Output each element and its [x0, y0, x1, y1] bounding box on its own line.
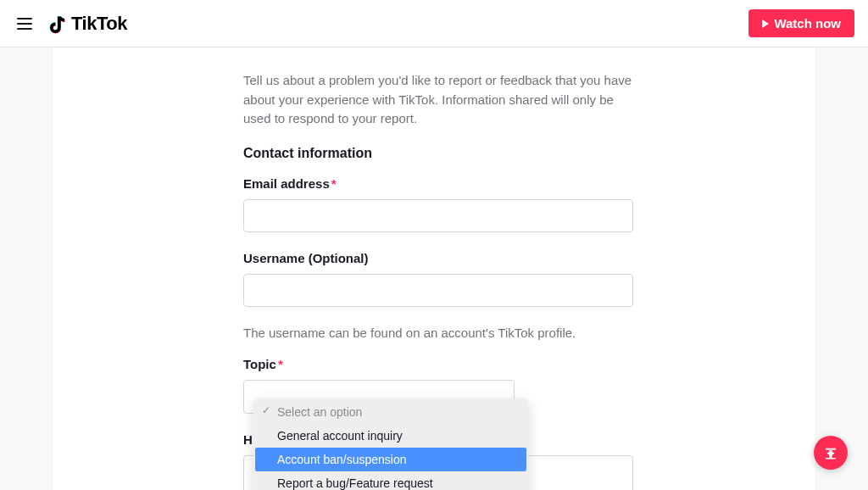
- watch-now-label: Watch now: [774, 16, 841, 31]
- required-indicator: *: [331, 176, 337, 191]
- topic-select-wrapper: Select an option General account inquiry…: [243, 380, 515, 414]
- menu-button[interactable]: [14, 14, 36, 33]
- report-form: Tell us about a problem you'd like to re…: [243, 71, 633, 490]
- brand-text: TikTok: [71, 13, 127, 35]
- content-card: Tell us about a problem you'd like to re…: [53, 47, 815, 490]
- topic-dropdown: Select an option General account inquiry…: [253, 398, 528, 491]
- username-helper: The username can be found on an account'…: [243, 326, 633, 340]
- required-indicator: *: [278, 357, 283, 371]
- watch-now-button[interactable]: Watch now: [748, 9, 854, 37]
- tiktok-logo[interactable]: TikTok: [49, 13, 127, 35]
- app-header: TikTok Watch now: [0, 0, 868, 47]
- username-input[interactable]: [243, 274, 633, 307]
- play-icon: [762, 19, 769, 28]
- intro-text: Tell us about a problem you'd like to re…: [243, 71, 633, 129]
- email-input[interactable]: [243, 199, 633, 232]
- username-label: Username (Optional): [243, 251, 633, 265]
- topic-label: Topic*: [243, 357, 633, 371]
- header-left: TikTok: [14, 13, 127, 35]
- username-field-group: Username (Optional): [243, 251, 633, 312]
- contact-section-title: Contact information: [243, 146, 633, 161]
- dropdown-placeholder[interactable]: Select an option: [255, 400, 526, 424]
- dropdown-option[interactable]: General account inquiry: [255, 424, 526, 448]
- dropdown-option[interactable]: Report a bug/Feature request: [255, 471, 526, 490]
- dropdown-option[interactable]: Account ban/suspension: [255, 448, 526, 471]
- topic-field-group: Topic* Select an option General account …: [243, 357, 633, 414]
- svg-rect-0: [826, 448, 836, 450]
- scroll-to-top-button[interactable]: [814, 436, 848, 470]
- arrow-up-icon: [823, 445, 838, 460]
- email-label: Email address*: [243, 176, 633, 191]
- tiktok-note-icon: [49, 14, 70, 34]
- email-field-group: Email address*: [243, 176, 633, 237]
